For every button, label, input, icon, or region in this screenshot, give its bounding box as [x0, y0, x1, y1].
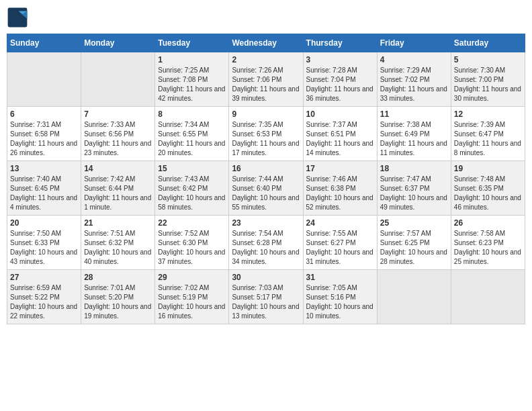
calendar-day-cell: 16Sunrise: 7:44 AM Sunset: 6:40 PM Dayli… [229, 161, 303, 216]
calendar-day-cell: 12Sunrise: 7:39 AM Sunset: 6:47 PM Dayli… [451, 107, 525, 161]
day-number: 9 [232, 109, 300, 119]
day-number: 26 [454, 218, 522, 228]
calendar-day-cell: 4Sunrise: 7:29 AM Sunset: 7:02 PM Daylig… [377, 52, 451, 107]
calendar-day-cell: 22Sunrise: 7:52 AM Sunset: 6:30 PM Dayli… [155, 216, 229, 270]
day-number: 2 [232, 55, 300, 64]
weekday-header: Friday [377, 34, 451, 52]
calendar-day-cell: 26Sunrise: 7:58 AM Sunset: 6:23 PM Dayli… [451, 216, 525, 270]
day-info: Sunrise: 7:57 AM Sunset: 6:25 PM Dayligh… [380, 229, 448, 267]
day-number: 30 [232, 273, 300, 282]
day-number: 28 [84, 273, 152, 282]
calendar-day-cell: 29Sunrise: 7:02 AM Sunset: 5:19 PM Dayli… [155, 270, 229, 324]
day-info: Sunrise: 7:58 AM Sunset: 6:23 PM Dayligh… [454, 229, 522, 267]
day-info: Sunrise: 7:01 AM Sunset: 5:20 PM Dayligh… [84, 283, 152, 321]
calendar-week-row: 20Sunrise: 7:50 AM Sunset: 6:33 PM Dayli… [7, 216, 525, 270]
calendar-day-cell: 6Sunrise: 7:31 AM Sunset: 6:58 PM Daylig… [7, 107, 81, 161]
day-info: Sunrise: 7:31 AM Sunset: 6:58 PM Dayligh… [10, 120, 78, 158]
day-number: 20 [10, 218, 78, 228]
day-number: 25 [380, 218, 448, 228]
calendar-day-cell: 13Sunrise: 7:40 AM Sunset: 6:45 PM Dayli… [7, 161, 81, 216]
day-info: Sunrise: 7:25 AM Sunset: 7:08 PM Dayligh… [158, 66, 226, 103]
day-info: Sunrise: 7:55 AM Sunset: 6:27 PM Dayligh… [306, 229, 374, 267]
calendar-day-cell [7, 52, 81, 107]
day-info: Sunrise: 7:05 AM Sunset: 5:16 PM Dayligh… [306, 283, 374, 321]
day-info: Sunrise: 7:51 AM Sunset: 6:32 PM Dayligh… [84, 229, 152, 267]
day-number: 7 [84, 109, 152, 119]
day-info: Sunrise: 7:26 AM Sunset: 7:06 PM Dayligh… [232, 66, 300, 103]
calendar-day-cell: 11Sunrise: 7:38 AM Sunset: 6:49 PM Dayli… [377, 107, 451, 161]
calendar-week-row: 1Sunrise: 7:25 AM Sunset: 7:08 PM Daylig… [7, 52, 525, 107]
day-number: 11 [380, 109, 448, 119]
day-number: 13 [10, 164, 78, 173]
day-number: 24 [306, 218, 374, 228]
calendar-day-cell [377, 270, 451, 324]
weekday-header: Thursday [303, 34, 377, 52]
day-info: Sunrise: 6:59 AM Sunset: 5:22 PM Dayligh… [10, 283, 78, 321]
day-info: Sunrise: 7:28 AM Sunset: 7:04 PM Dayligh… [306, 66, 374, 103]
calendar-day-cell [81, 52, 155, 107]
calendar-day-cell: 28Sunrise: 7:01 AM Sunset: 5:20 PM Dayli… [81, 270, 155, 324]
weekday-header: Sunday [7, 34, 81, 52]
day-info: Sunrise: 7:46 AM Sunset: 6:38 PM Dayligh… [306, 175, 374, 212]
day-number: 21 [84, 218, 152, 228]
calendar-day-cell: 2Sunrise: 7:26 AM Sunset: 7:06 PM Daylig… [229, 52, 303, 107]
day-number: 5 [454, 55, 522, 64]
day-info: Sunrise: 7:48 AM Sunset: 6:35 PM Dayligh… [454, 175, 522, 212]
day-number: 14 [84, 164, 152, 173]
calendar-day-cell: 23Sunrise: 7:54 AM Sunset: 6:28 PM Dayli… [229, 216, 303, 270]
day-info: Sunrise: 7:50 AM Sunset: 6:33 PM Dayligh… [10, 229, 78, 267]
day-number: 18 [380, 164, 448, 173]
calendar-day-cell: 25Sunrise: 7:57 AM Sunset: 6:25 PM Dayli… [377, 216, 451, 270]
calendar-day-cell: 14Sunrise: 7:42 AM Sunset: 6:44 PM Dayli… [81, 161, 155, 216]
day-number: 29 [158, 273, 226, 282]
day-info: Sunrise: 7:38 AM Sunset: 6:49 PM Dayligh… [380, 120, 448, 158]
weekday-header: Saturday [451, 34, 525, 52]
calendar-day-cell: 30Sunrise: 7:03 AM Sunset: 5:17 PM Dayli… [229, 270, 303, 324]
day-info: Sunrise: 7:42 AM Sunset: 6:44 PM Dayligh… [84, 175, 152, 212]
day-info: Sunrise: 7:52 AM Sunset: 6:30 PM Dayligh… [158, 229, 226, 267]
day-number: 6 [10, 109, 78, 119]
day-number: 19 [454, 164, 522, 173]
weekday-header: Tuesday [155, 34, 229, 52]
calendar-day-cell: 21Sunrise: 7:51 AM Sunset: 6:32 PM Dayli… [81, 216, 155, 270]
calendar-day-cell: 27Sunrise: 6:59 AM Sunset: 5:22 PM Dayli… [7, 270, 81, 324]
calendar-day-cell: 5Sunrise: 7:30 AM Sunset: 7:00 PM Daylig… [451, 52, 525, 107]
day-info: Sunrise: 7:34 AM Sunset: 6:55 PM Dayligh… [158, 120, 226, 158]
day-number: 3 [306, 55, 374, 64]
day-info: Sunrise: 7:29 AM Sunset: 7:02 PM Dayligh… [380, 66, 448, 103]
day-number: 16 [232, 164, 300, 173]
day-info: Sunrise: 7:43 AM Sunset: 6:42 PM Dayligh… [158, 175, 226, 212]
day-number: 10 [306, 109, 374, 119]
calendar-day-cell: 8Sunrise: 7:34 AM Sunset: 6:55 PM Daylig… [155, 107, 229, 161]
calendar-week-row: 6Sunrise: 7:31 AM Sunset: 6:58 PM Daylig… [7, 107, 525, 161]
calendar-day-cell: 17Sunrise: 7:46 AM Sunset: 6:38 PM Dayli… [303, 161, 377, 216]
day-info: Sunrise: 7:33 AM Sunset: 6:56 PM Dayligh… [84, 120, 152, 158]
calendar-day-cell [451, 270, 525, 324]
calendar-day-cell: 15Sunrise: 7:43 AM Sunset: 6:42 PM Dayli… [155, 161, 229, 216]
day-info: Sunrise: 7:40 AM Sunset: 6:45 PM Dayligh… [10, 175, 78, 212]
weekday-header: Wednesday [229, 34, 303, 52]
day-number: 27 [10, 273, 78, 282]
day-info: Sunrise: 7:35 AM Sunset: 6:53 PM Dayligh… [232, 120, 300, 158]
logo-icon [7, 7, 28, 28]
calendar-day-cell: 3Sunrise: 7:28 AM Sunset: 7:04 PM Daylig… [303, 52, 377, 107]
calendar-header-row: SundayMondayTuesdayWednesdayThursdayFrid… [7, 34, 525, 52]
calendar-day-cell: 19Sunrise: 7:48 AM Sunset: 6:35 PM Dayli… [451, 161, 525, 216]
day-info: Sunrise: 7:47 AM Sunset: 6:37 PM Dayligh… [380, 175, 448, 212]
day-number: 1 [158, 55, 226, 64]
calendar-day-cell: 31Sunrise: 7:05 AM Sunset: 5:16 PM Dayli… [303, 270, 377, 324]
calendar-week-row: 13Sunrise: 7:40 AM Sunset: 6:45 PM Dayli… [7, 161, 525, 216]
day-number: 17 [306, 164, 374, 173]
day-number: 31 [306, 273, 374, 282]
day-number: 23 [232, 218, 300, 228]
day-number: 22 [158, 218, 226, 228]
calendar-day-cell: 7Sunrise: 7:33 AM Sunset: 6:56 PM Daylig… [81, 107, 155, 161]
day-info: Sunrise: 7:30 AM Sunset: 7:00 PM Dayligh… [454, 66, 522, 103]
day-info: Sunrise: 7:54 AM Sunset: 6:28 PM Dayligh… [232, 229, 300, 267]
logo [7, 7, 31, 28]
calendar-day-cell: 10Sunrise: 7:37 AM Sunset: 6:51 PM Dayli… [303, 107, 377, 161]
svg-rect-0 [8, 8, 28, 28]
weekday-header: Monday [81, 34, 155, 52]
day-number: 15 [158, 164, 226, 173]
day-number: 12 [454, 109, 522, 119]
